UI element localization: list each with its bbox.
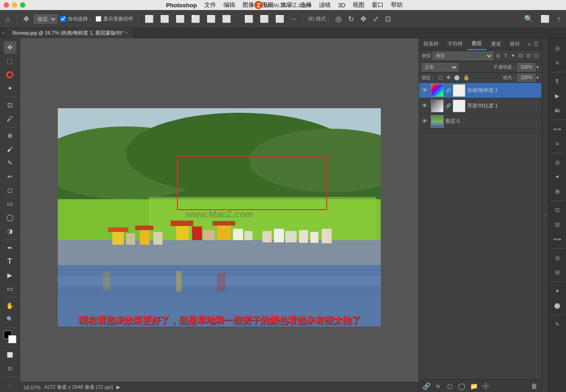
text-tool[interactable]: T <box>4 255 16 268</box>
new-layer-btn[interactable]: ➕ <box>481 382 490 391</box>
window-controls[interactable] <box>4 2 25 8</box>
3d-icon-2[interactable]: ↻ <box>346 14 356 24</box>
align-bottom-icon[interactable]: ⬜ <box>220 14 233 24</box>
tab-paths[interactable]: 路径 <box>505 38 525 50</box>
more-tools[interactable]: ··· <box>4 379 16 392</box>
maximize-button[interactable] <box>20 2 25 8</box>
eraser-tool[interactable]: ◻ <box>4 184 16 196</box>
clone-icon[interactable]: ⊡ <box>551 204 564 216</box>
3d-icon-1[interactable]: ◎ <box>334 14 344 24</box>
align-left-icon[interactable]: ⬜ <box>143 14 156 24</box>
3d-icon-5[interactable]: ⊡ <box>383 14 393 24</box>
background-color[interactable] <box>8 335 16 343</box>
hand-tool[interactable]: ✋ <box>4 299 16 312</box>
zoom-tool[interactable]: 🔍 <box>4 313 16 326</box>
adjustment-layer-btn[interactable]: ◯ <box>457 382 466 391</box>
opacity-arrow[interactable]: ▾ <box>536 65 539 70</box>
histogram-icon[interactable]: ⊟ <box>551 266 564 279</box>
layer-effects-btn[interactable]: fx <box>434 382 443 391</box>
align-top-icon[interactable]: ⬜ <box>189 14 202 24</box>
filter-icon-shape[interactable]: ⊡ <box>518 52 524 59</box>
dodge-tool[interactable]: ◑ <box>4 225 16 237</box>
gradient-tool[interactable]: ▭ <box>4 197 16 210</box>
menu-3d[interactable]: 3D <box>334 2 349 9</box>
distribute-3-icon[interactable]: ⬜ <box>273 14 286 24</box>
lock-artboard-btn[interactable]: ⬤ <box>453 74 460 81</box>
lock-all-btn[interactable]: 🔒 <box>462 74 470 81</box>
tab-layers[interactable]: 图层 <box>467 38 486 50</box>
lasso-tool[interactable]: ⭕ <box>4 68 16 81</box>
new-group-btn[interactable]: 📁 <box>469 382 478 391</box>
delete-layer-btn[interactable]: 🗑 <box>530 382 539 391</box>
adjustments-icon[interactable]: ≡ <box>551 56 564 69</box>
layer-name[interactable]: 图层 0 <box>445 118 539 125</box>
tab-character[interactable]: 字符样 <box>443 38 467 50</box>
menu-photoshop[interactable]: Photoshop <box>162 2 201 9</box>
filter-icon-kind[interactable]: ◎ <box>495 52 501 59</box>
tab-close-button[interactable]: × <box>125 30 128 35</box>
layer-name[interactable]: 亮度/对比度 1 <box>467 102 539 109</box>
align-center-v-icon[interactable]: ⬜ <box>205 14 217 24</box>
blend-mode-select[interactable]: 正常 溶解 正片叠底 <box>422 63 458 71</box>
libraries-icon[interactable]: ≡ <box>551 137 564 150</box>
panel-options-icon[interactable]: ☰ <box>534 41 539 47</box>
menu-text[interactable]: 文字 <box>277 1 296 9</box>
swatches-icon[interactable]: ⊞ <box>551 185 564 198</box>
move-tool[interactable]: ✥ <box>4 41 16 54</box>
search-button[interactable]: 🔍 <box>522 14 535 24</box>
menu-layer[interactable]: 图层 <box>258 1 277 9</box>
menu-select[interactable]: 选择 <box>296 1 315 9</box>
link-layers-btn[interactable]: 🔗 <box>422 382 431 391</box>
tab-close-x[interactable]: × <box>2 30 5 36</box>
move-tool-icon[interactable]: ✥ <box>21 14 31 24</box>
screen-mode-tool[interactable]: ⊡ <box>4 362 16 375</box>
color-swatches[interactable] <box>4 331 16 343</box>
3d-icon-4[interactable]: ⤢ <box>371 14 380 24</box>
panel-menu-icon[interactable]: » <box>528 41 531 47</box>
stylize-icon[interactable]: ✎ <box>551 318 564 331</box>
lock-position-btn[interactable]: ✥ <box>445 74 451 81</box>
layer-visibility-toggle[interactable]: 👁 <box>422 118 429 125</box>
blur-tool[interactable]: ◯ <box>4 211 16 224</box>
panel-collapse-button[interactable]: ‹ <box>541 38 548 392</box>
layer-item[interactable]: 👁 🔗 色相/饱和度 1 <box>419 83 541 98</box>
menu-edit[interactable]: 编辑 <box>220 1 239 9</box>
brush-settings-icon[interactable]: ◎ <box>551 156 564 169</box>
status-arrow[interactable]: ▶ <box>116 384 120 390</box>
screen-mode-button[interactable]: ⬜ <box>539 14 551 24</box>
quick-mask-tool[interactable]: ⬜ <box>4 348 16 361</box>
3d-icon-3[interactable]: ✥ <box>359 14 368 24</box>
healing-tool[interactable]: ⊕ <box>4 129 16 142</box>
distribute-2-icon[interactable]: ⬜ <box>258 14 271 24</box>
menu-help[interactable]: 帮助 <box>387 1 406 9</box>
fill-arrow[interactable]: ▾ <box>536 75 539 80</box>
distribute-icon[interactable]: ⬜ <box>243 14 255 24</box>
properties-icon[interactable]: ◎ <box>551 42 564 55</box>
filter-toggle[interactable] <box>533 53 539 59</box>
layer-item[interactable]: 👁 图层 0 <box>419 114 541 129</box>
filter-type-select[interactable]: 类型 名称 效果 <box>433 52 493 60</box>
menu-filter[interactable]: 滤镜 <box>315 1 334 9</box>
menu-file[interactable]: 文件 <box>201 1 220 9</box>
tab-paragraph[interactable]: 段落样 <box>419 38 443 50</box>
eyedropper-tool[interactable]: 🖋 <box>4 112 16 125</box>
align-right-icon[interactable]: ⬜ <box>174 14 187 24</box>
add-mask-btn[interactable]: ◻ <box>445 382 455 391</box>
auto-select-checkbox[interactable] <box>60 16 66 22</box>
tab-channels[interactable]: 通道 <box>486 38 505 50</box>
stamp-tool[interactable]: ✎ <box>4 156 16 169</box>
menu-window[interactable]: 窗口 <box>368 1 387 9</box>
shape-tool[interactable]: ▭ <box>4 282 16 295</box>
ai-icon[interactable]: Ai <box>551 104 564 117</box>
navigator-icon[interactable]: ⬤ <box>551 299 564 312</box>
history-brush-tool[interactable]: ↩ <box>4 170 16 183</box>
export-icon[interactable]: ✦ <box>551 285 564 297</box>
info-icon[interactable]: ◎ <box>551 251 564 264</box>
crop-tool[interactable]: ⊡ <box>4 99 16 111</box>
filter-icon-adjustment[interactable]: ✦ <box>510 52 516 59</box>
align-center-h-icon[interactable]: ⬜ <box>158 14 171 24</box>
lock-pixels-btn[interactable]: ▢ <box>437 74 444 81</box>
path-select-tool[interactable]: ▶ <box>4 269 16 281</box>
opacity-input[interactable] <box>517 63 536 71</box>
paragraph-icon[interactable]: ¶ <box>551 75 564 88</box>
